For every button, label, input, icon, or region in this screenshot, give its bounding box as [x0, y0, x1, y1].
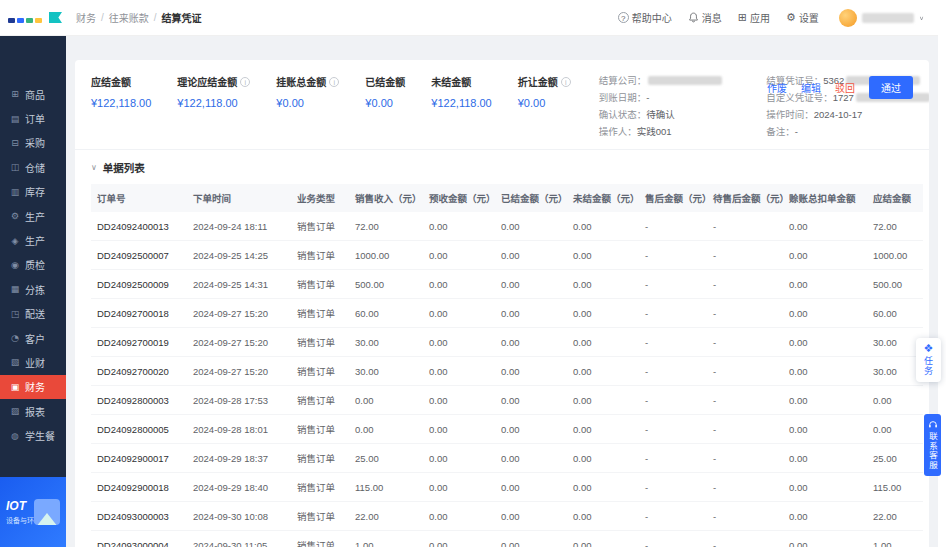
apps-button[interactable]: ⊞ 应用	[738, 10, 770, 25]
void-button[interactable]: 作废	[767, 80, 787, 95]
chevron-down-icon: ∨	[919, 14, 924, 20]
task-widget[interactable]: ❖ 任务	[916, 338, 941, 382]
table-row[interactable]: DD240927000202024-09-27 15:20销售订单30.000.…	[91, 357, 923, 386]
help-center-button[interactable]: ? 帮助中心	[618, 10, 672, 25]
layers-icon: ❖	[924, 343, 934, 354]
table-cell: 0.00	[783, 328, 867, 357]
sidebar-item-finance[interactable]: ▣财务	[0, 375, 66, 399]
messages-button[interactable]: 消息	[688, 10, 722, 25]
sidebar-item-label: 财务	[25, 379, 45, 394]
table-cell: 0.00	[783, 444, 867, 473]
sidebar-item-label: 库存	[25, 184, 45, 199]
detail-label: 到账日期：	[599, 92, 647, 103]
table-row[interactable]: DD240927000182024-09-27 15:20销售订单60.000.…	[91, 299, 923, 328]
help-icon: ?	[618, 12, 629, 23]
sidebar-item-purchase[interactable]: ⊟采购	[0, 131, 66, 155]
pennant-icon	[49, 12, 62, 23]
table-cell: 0.00	[423, 357, 495, 386]
table-row[interactable]: DD240925000072024-09-25 14:25销售订单1000.00…	[91, 241, 923, 270]
customers-icon: ◔	[10, 333, 20, 343]
sidebar-item-label: 客户	[25, 331, 45, 346]
reject-button[interactable]: 驳回	[835, 80, 855, 95]
sidebar-item-processing[interactable]: ◈生产	[0, 228, 66, 252]
table-cell: 销售订单	[291, 415, 349, 444]
info-icon[interactable]: i	[329, 77, 339, 87]
table-cell: -	[639, 502, 707, 531]
info-icon[interactable]: i	[240, 77, 250, 87]
user-menu[interactable]: ∨	[839, 9, 924, 27]
iot-subtitle: 设备与环境	[6, 515, 29, 525]
sidebar-item-reports[interactable]: ▨报表	[0, 399, 66, 423]
contact-support-button[interactable]: 联系客服	[924, 414, 941, 476]
sidebar-item-customers[interactable]: ◔客户	[0, 326, 66, 350]
table-row[interactable]: DD240925000092024-09-25 14:31销售订单500.000…	[91, 270, 923, 299]
table-cell: 0.00	[567, 502, 639, 531]
detail-label: 操作人：	[599, 126, 637, 137]
table-cell: 0.00	[567, 241, 639, 270]
table-row[interactable]: DD240928000052024-09-28 18:01销售订单0.000.0…	[91, 415, 923, 444]
table-cell: 500.00	[349, 270, 423, 299]
summary-value: ¥0.00	[365, 97, 405, 109]
table-cell: 0.00	[567, 270, 639, 299]
sidebar-item-inventory[interactable]: ▥库存	[0, 180, 66, 204]
sidebar-item-warehouse[interactable]: ◫仓储	[0, 155, 66, 179]
sidebar-item-goods[interactable]: ⊞商品	[0, 82, 66, 106]
documents-section: ∨ 单据列表 订单号下单时间业务类型销售收入（元）i预收金额（元）i已结金额（元…	[75, 150, 929, 547]
breadcrumb-item[interactable]: 财务	[76, 10, 96, 25]
table-row[interactable]: DD240927000192024-09-27 15:20销售订单30.000.…	[91, 328, 923, 357]
settings-button[interactable]: ⚙ 设置	[786, 10, 819, 25]
table-cell: 0.00	[495, 386, 567, 415]
sidebar-item-orders[interactable]: ▤订单	[0, 106, 66, 130]
topbar: 财务/往来账款/结算凭证 ? 帮助中心 消息 ⊞ 应用 ⚙ 设置	[0, 0, 938, 36]
detail-label: 操作时间：	[766, 109, 814, 120]
sidebar-item-delivery[interactable]: ◳配送	[0, 302, 66, 326]
sidebar-item-label: 仓储	[25, 160, 45, 175]
iot-panel[interactable]: IOT 设备与环境	[0, 477, 66, 547]
summary-label: 应结金额	[91, 74, 151, 89]
info-icon[interactable]: i	[561, 77, 571, 87]
table-row[interactable]: DD240930000032024-09-30 10:08销售订单22.000.…	[91, 502, 923, 531]
table-row[interactable]: DD240928000032024-09-28 17:53销售订单0.000.0…	[91, 386, 923, 415]
voucher-card: 应结金额¥122,118.00理论应结金额i¥122,118.00挂账总金额i¥…	[75, 60, 929, 547]
sidebar-item-sorting[interactable]: ▦分拣	[0, 277, 66, 301]
table-cell: -	[707, 328, 783, 357]
sidebar-item-quality[interactable]: ◉质检	[0, 253, 66, 277]
table-cell: 销售订单	[291, 473, 349, 502]
table-row[interactable]: DD240924000132024-09-24 18:11销售订单72.000.…	[91, 212, 923, 241]
table-cell: 0.00	[495, 357, 567, 386]
edit-button[interactable]: 编辑	[801, 80, 821, 95]
table-cell: 0.00	[783, 270, 867, 299]
table-cell: 0.00	[783, 299, 867, 328]
table-row[interactable]: DD240929000172024-09-29 18:37销售订单25.000.…	[91, 444, 923, 473]
table-cell: 0.00	[567, 357, 639, 386]
table-cell: 30.00	[349, 328, 423, 357]
table-cell: DD24092800003	[91, 386, 187, 415]
table-cell: -	[707, 531, 783, 547]
table-cell: 2024-09-24 18:11	[187, 212, 291, 241]
table-cell: -	[639, 415, 707, 444]
detail-value: 2024-10-17	[814, 109, 863, 120]
table-cell: 1000.00	[349, 241, 423, 270]
table-cell: 0.00	[423, 386, 495, 415]
sidebar-item-production[interactable]: ⚙生产	[0, 204, 66, 228]
sidebar-item-biz-finance[interactable]: ▧业财	[0, 350, 66, 374]
documents-section-header[interactable]: ∨ 单据列表	[91, 160, 913, 175]
table-row[interactable]: DD240929000182024-09-29 18:40销售订单115.000…	[91, 473, 923, 502]
table-cell: -	[707, 415, 783, 444]
breadcrumb-item[interactable]: 往来账款	[109, 10, 149, 25]
table-cell: 销售订单	[291, 444, 349, 473]
table-cell: DD24092900018	[91, 473, 187, 502]
table-cell: 115.00	[867, 473, 923, 502]
approve-button[interactable]: 通过	[869, 76, 913, 99]
table-cell: 72.00	[349, 212, 423, 241]
sidebar-item-label: 订单	[25, 111, 45, 126]
table-cell: 0.00	[567, 444, 639, 473]
table-header-row: 订单号下单时间业务类型销售收入（元）i预收金额（元）i已结金额（元）i未结金额（…	[91, 184, 923, 212]
table-cell: 0.00	[349, 415, 423, 444]
table-cell: 2024-09-25 14:25	[187, 241, 291, 270]
bell-icon	[688, 12, 699, 23]
table-cell: 30.00	[867, 328, 923, 357]
sidebar-item-student-meal[interactable]: ◍学生餐	[0, 423, 66, 447]
table-row[interactable]: DD240930000042024-09-30 11:05销售订单1.000.0…	[91, 531, 923, 547]
table-cell: 0.00	[783, 502, 867, 531]
